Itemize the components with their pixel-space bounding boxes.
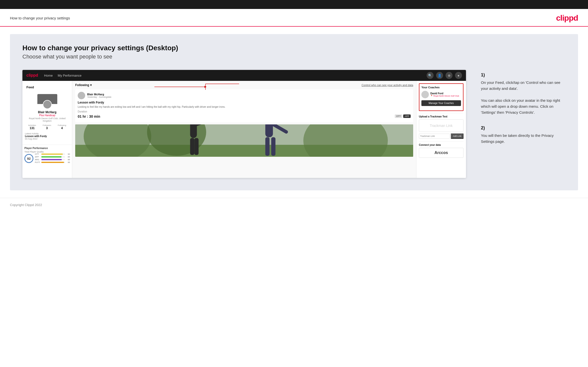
- arg-bar: ARG 86: [35, 158, 70, 161]
- svg-rect-13: [265, 137, 269, 156]
- connect-section: Connect your data Arccos: [419, 144, 463, 158]
- latest-activity-title: Lesson with Fordy: [25, 135, 69, 138]
- app-feed: Following ▾ Control who can see your act…: [72, 81, 416, 178]
- post-date: Yesterday · Sunningdale: [87, 96, 111, 98]
- coach-item: David Ford 📍 Royal North Devon Golf Club: [421, 91, 461, 98]
- tag-ott: OTT: [395, 114, 402, 118]
- trackman-link-input[interactable]: [419, 134, 450, 139]
- duration-row: Duration: [78, 110, 411, 113]
- connect-divider: [419, 141, 463, 142]
- trackman-input-row: Add Link: [419, 133, 463, 139]
- svg-point-4: [303, 124, 388, 157]
- main-content: How to change your privacy settings (Des…: [10, 34, 578, 190]
- player-perf-title: Player Performance: [24, 147, 70, 150]
- app-bar: APP 85: [35, 156, 70, 158]
- arccos-box: Arccos: [419, 148, 463, 158]
- instruction-2: 2) You will then be taken directly to th…: [481, 125, 566, 145]
- upload-section: Upload a Trackman Test Trackman Link Add…: [419, 115, 463, 139]
- svg-rect-8: [190, 138, 194, 155]
- add-link-button[interactable]: Add Link: [451, 133, 463, 139]
- followers-stat: Followers 3: [43, 124, 51, 130]
- profile-avatar: [43, 100, 52, 109]
- upload-title: Upload a Trackman Test: [419, 115, 463, 118]
- coaches-divider: [419, 113, 463, 113]
- tag-app: APP: [403, 114, 411, 118]
- post-meta: Blair McHarg Yesterday · Sunningdale: [78, 92, 411, 99]
- manage-coaches-button[interactable]: Manage Your Coaches: [421, 100, 461, 106]
- following-dropdown[interactable]: Following ▾: [75, 83, 92, 87]
- header: How to change your privacy settings clip…: [0, 9, 588, 27]
- coach-club: 📍 Royal North Devon Golf Club: [430, 95, 459, 97]
- header-title: How to change your privacy settings: [10, 16, 70, 20]
- page-subtitle: Choose what you want people to see: [22, 53, 566, 60]
- player-performance: Player Performance Total Player Quality …: [22, 145, 72, 166]
- app-nav-links: Home My Performance: [44, 74, 427, 77]
- post-desc: Looking to feel like my hands are exitin…: [78, 105, 411, 109]
- nav-link-home[interactable]: Home: [44, 74, 53, 77]
- instruction-2-text: You will then be taken directly to the P…: [481, 133, 566, 145]
- connect-title: Connect your data: [419, 144, 463, 146]
- coaches-highlighted-section: Your Coaches David Ford 📍 Royal North De…: [419, 83, 463, 111]
- profile-card: Blair McHarg Plus Handicap Royal North D…: [22, 91, 72, 145]
- tpq-row: 92 OTT 90 APP: [24, 153, 70, 164]
- tpq-label: Total Player Quality: [24, 151, 70, 153]
- profile-name: Blair McHarg: [25, 110, 69, 114]
- instructions: 1) On your Feed, click/tap on 'Control w…: [481, 70, 566, 155]
- footer: Copyright Clippd 2022: [0, 198, 588, 212]
- svg-rect-11: [265, 124, 273, 137]
- tpq-circle: 92: [24, 154, 33, 163]
- putt-bar: PUTT 96: [35, 161, 70, 163]
- person-icon[interactable]: 👤: [436, 72, 443, 79]
- feed-post: Blair McHarg Yesterday · Sunningdale Les…: [75, 89, 413, 122]
- coach-avatar: [421, 91, 429, 98]
- latest-activity: Latest Activity Lesson with Fordy 03 Aug…: [25, 131, 69, 142]
- avatar-icon[interactable]: ●: [455, 72, 462, 79]
- ott-bar: OTT 90: [35, 153, 70, 155]
- duration-value: 01 hr : 30 min OTT APP: [78, 114, 411, 118]
- instruction-1-number: 1): [481, 72, 566, 78]
- app-body: Feed Blair McHarg Plus Handicap Royal No…: [22, 81, 466, 178]
- content-row: clippd Home My Performance 🔍 👤 ⊕ ● Feed: [22, 70, 566, 178]
- activities-stat: Activities 131: [28, 124, 36, 130]
- page-title: How to change your privacy settings (Des…: [22, 44, 566, 52]
- post-user-avatar: [78, 92, 85, 99]
- svg-rect-14: [271, 137, 275, 156]
- your-coaches-title: Your Coaches: [421, 86, 461, 89]
- instruction-1-text: On your Feed, click/tap on 'Control who …: [481, 80, 566, 115]
- app-nav-logo: clippd: [26, 73, 38, 78]
- search-icon[interactable]: 🔍: [427, 72, 434, 79]
- trackman-link-box: Trackman Link: [419, 119, 463, 132]
- tpq-bars: OTT 90 APP 85 ARG: [35, 153, 70, 164]
- control-privacy-link[interactable]: Control who can see your activity and da…: [362, 84, 413, 87]
- app-sidebar: Feed Blair McHarg Plus Handicap Royal No…: [22, 81, 72, 178]
- clippd-logo: clippd: [556, 13, 578, 23]
- feed-tab[interactable]: Feed: [22, 83, 72, 91]
- svg-rect-9: [194, 138, 198, 155]
- coach-name: David Ford: [430, 92, 459, 95]
- plus-icon[interactable]: ⊕: [446, 72, 453, 79]
- app-nav: clippd Home My Performance 🔍 👤 ⊕ ●: [22, 70, 466, 81]
- post-title: Lesson with Fordy: [78, 101, 411, 104]
- following-stat: Following 4: [58, 124, 66, 130]
- instruction-2-number: 2): [481, 125, 566, 131]
- post-image: [75, 124, 413, 157]
- profile-handicap: Plus Handicap: [25, 114, 69, 117]
- profile-avatar-area: [37, 94, 57, 109]
- app-nav-icons: 🔍 👤 ⊕ ●: [427, 72, 462, 79]
- copyright-text: Copyright Clippd 2022: [10, 203, 42, 207]
- top-bar: [0, 0, 588, 9]
- profile-club: Royal North Devon Golf Club, United King…: [25, 117, 69, 122]
- latest-activity-date: 03 Aug 2022: [25, 138, 69, 140]
- post-username: Blair McHarg: [87, 93, 111, 96]
- svg-point-2: [84, 124, 151, 157]
- profile-stats: Activities 131 Followers 3 Following 4: [25, 124, 69, 130]
- instruction-1: 1) On your Feed, click/tap on 'Control w…: [481, 72, 566, 115]
- feed-header: Following ▾ Control who can see your act…: [75, 83, 413, 87]
- nav-link-performance[interactable]: My Performance: [58, 74, 81, 77]
- screenshot-mockup: clippd Home My Performance 🔍 👤 ⊕ ● Feed: [22, 70, 466, 178]
- coaches-panel: Your Coaches David Ford 📍 Royal North De…: [416, 81, 466, 178]
